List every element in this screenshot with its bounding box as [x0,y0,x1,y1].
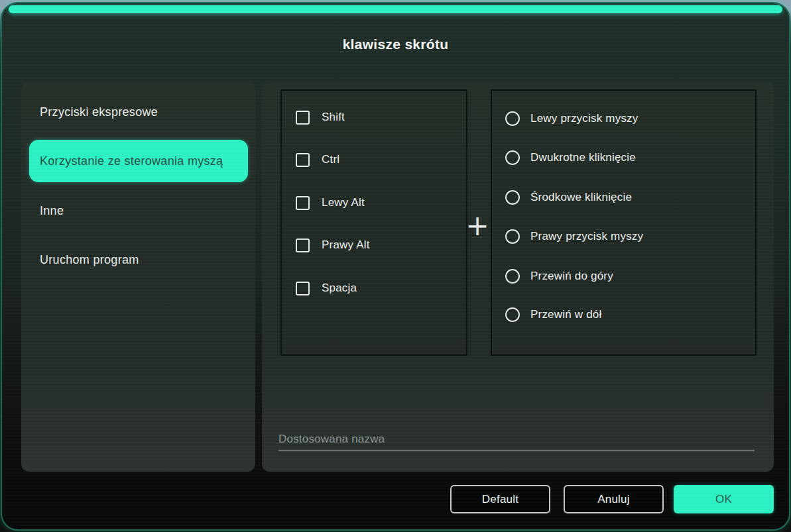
sidebar-item-uruchom-program[interactable]: Uruchom program [29,239,248,281]
mouse-action-radio-row-przewin-do-gory[interactable]: Przewiń do góry [505,266,613,287]
mouse-action-radio-label: Środkowe kliknięcie [530,191,632,204]
sidebar-item-label: Uruchom program [40,253,139,267]
shortcut-keys-dialog: klawisze skrótu Przyciski ekspresoweKorz… [1,2,790,531]
modifier-checkbox-prawy-alt[interactable] [296,239,310,252]
mouse-actions-box: Lewy przycisk myszyDwukrotne kliknięcieŚ… [491,89,757,356]
custom-name-input[interactable] [278,429,755,451]
modifier-checkbox-label: Prawy Alt [322,239,370,252]
modifier-checkbox-row-lewy-alt[interactable]: Lewy Alt [296,192,365,213]
sidebar-panel: Przyciski ekspresoweKorzystanie ze stero… [21,81,255,472]
modifier-checkbox-label: Shift [322,111,345,124]
modifier-checkbox-label: Ctrl [322,153,339,166]
modifier-checkbox-label: Lewy Alt [322,196,365,209]
top-accent-bar [9,5,782,13]
mouse-action-radio-label: Przewiń do góry [530,270,613,283]
mouse-action-radio-prawy-przycisk-myszy[interactable] [505,229,520,244]
default-button[interactable]: Default [450,485,550,513]
modifier-checkbox-row-spacja[interactable]: Spacja [296,278,357,299]
mouse-action-radio-row-srodkowe-klikniecie[interactable]: Środkowe kliknięcie [505,187,632,208]
plus-combiner-icon: + [463,211,492,240]
cancel-button[interactable]: Anuluj [564,485,664,513]
mouse-action-radio-lewy-przycisk-myszy[interactable] [505,111,520,126]
mouse-action-radio-przewin-do-gory[interactable] [505,269,520,284]
sidebar-item-inne[interactable]: Inne [29,189,248,232]
content-panel: ShiftCtrlLewy AltPrawy AltSpacja + Lewy … [262,81,774,472]
sidebar-item-label: Inne [40,204,64,218]
modifier-checkbox-spacja[interactable] [296,282,310,295]
mouse-action-radio-row-dwukrotne-klikniecie[interactable]: Dwukrotne kliknięcie [505,147,636,168]
sidebar-item-label: Przyciski ekspresowe [40,105,158,119]
modifier-checkbox-lewy-alt[interactable] [296,196,310,210]
mouse-action-radio-label: Przewiń w dół [530,308,601,321]
sidebar-item-przyciski-ekspresowe[interactable]: Przyciski ekspresowe [29,91,248,133]
modifier-checkbox-label: Spacja [322,282,357,295]
modifier-keys-box: ShiftCtrlLewy AltPrawy AltSpacja [280,89,467,356]
mouse-action-radio-label: Prawy przycisk myszy [530,230,643,243]
modifier-checkbox-ctrl[interactable] [296,153,310,167]
ok-button[interactable]: OK [674,485,774,513]
mouse-action-radio-label: Dwukrotne kliknięcie [530,151,636,164]
modifier-checkbox-row-prawy-alt[interactable]: Prawy Alt [296,235,370,256]
mouse-action-radio-przewin-w-do[interactable] [505,307,520,322]
mouse-action-radio-row-prawy-przycisk-myszy[interactable]: Prawy przycisk myszy [505,226,643,247]
modifier-checkbox-row-ctrl[interactable]: Ctrl [296,149,339,170]
mouse-action-radio-row-lewy-przycisk-myszy[interactable]: Lewy przycisk myszy [505,108,639,129]
mouse-action-radio-dwukrotne-klikniecie[interactable] [505,150,520,165]
modifier-checkbox-row-shift[interactable]: Shift [296,107,345,128]
sidebar-item-label: Korzystanie ze sterowania myszą [40,154,223,168]
modifier-checkbox-shift[interactable] [296,111,310,125]
mouse-action-radio-label: Lewy przycisk myszy [530,112,639,125]
mouse-action-radio-srodkowe-klikniecie[interactable] [505,190,520,205]
mouse-action-radio-row-przewin-w-do[interactable]: Przewiń w dół [505,304,601,325]
dialog-title: klawisze skrótu [2,36,789,52]
sidebar-item-korzystanie-ze-sterowania-mysza[interactable]: Korzystanie ze sterowania myszą [29,140,248,182]
